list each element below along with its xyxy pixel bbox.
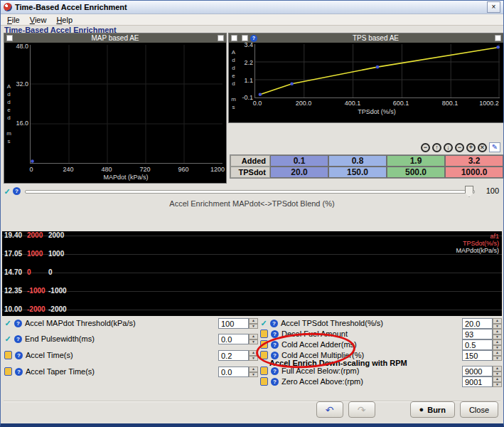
table-row-down-button[interactable]: ↓ [444, 143, 453, 152]
title-bar: Time-Based Accel Enrichment × [1, 1, 503, 14]
curve-table-cell[interactable]: 0.1 [270, 155, 328, 167]
spin-down-icon[interactable] [493, 371, 502, 377]
table-increase-button[interactable]: + [466, 143, 476, 152]
zero-accel-above-input[interactable]: 9001 [462, 376, 502, 387]
help-icon[interactable]: ? [271, 367, 279, 375]
spin-up-icon[interactable] [493, 350, 502, 356]
blend-slider-thumb[interactable] [465, 186, 473, 197]
value-box[interactable]: 0.0 [218, 334, 249, 344]
value-box[interactable]: 93 [462, 329, 493, 339]
window-close-button[interactable]: × [487, 1, 500, 13]
curve-table-cell[interactable]: 150.0 [328, 167, 387, 178]
spin-up-icon[interactable] [249, 318, 258, 324]
close-button[interactable]: Close [460, 401, 498, 418]
accel-time-input[interactable]: 0.2 [218, 350, 258, 361]
value-box[interactable]: 9001 [462, 376, 493, 387]
help-icon[interactable]: ? [271, 341, 279, 349]
menu-help[interactable]: Help [51, 15, 77, 25]
y-tick: 32.0 [10, 80, 28, 88]
spin-down-icon[interactable] [249, 339, 258, 345]
cold-accel-adder-input[interactable]: 0.5 [462, 339, 502, 350]
accel-tpsdot-threshold-input[interactable]: 20.0 [462, 318, 502, 329]
help-icon[interactable]: ? [15, 368, 23, 376]
value-box[interactable]: 100 [218, 318, 249, 329]
spin-down-icon[interactable] [493, 382, 502, 388]
legend-checkbox[interactable] [242, 35, 248, 41]
burn-button[interactable]: ● Burn [410, 401, 455, 418]
spin-up-icon[interactable] [493, 339, 502, 345]
cold-accel-multiplier-input[interactable]: 150 [462, 350, 502, 361]
field-label: Accel Taper Time(s) [26, 367, 95, 376]
curve-table-cell[interactable]: 0.8 [328, 155, 387, 167]
x-axis-label: TPSdot (%/s) [254, 108, 499, 115]
spin-up-icon[interactable] [249, 350, 258, 356]
decel-fuel-amount-input[interactable]: 93 [462, 329, 502, 339]
curve-table-cell[interactable]: 3.2 [445, 155, 503, 167]
help-icon[interactable]: ? [271, 330, 279, 338]
tps-plot-area[interactable] [254, 44, 500, 98]
spin-down-icon[interactable] [493, 356, 502, 362]
tps-ae-chart[interactable]: ? TPS based AE Added ms 3.4 2.2 1.1 -0.1… [228, 33, 504, 123]
spin-down-icon[interactable] [249, 372, 258, 378]
table-remove-row-button[interactable]: − [421, 143, 430, 152]
field-label: Accel MAPdot Threshold(kPa/s) [25, 319, 136, 327]
value-box[interactable]: 150 [462, 350, 493, 361]
rt-scale-row: 17.0510001000 [4, 250, 64, 258]
curve-table-cell[interactable]: 1.9 [387, 155, 445, 167]
help-icon[interactable]: ? [14, 320, 22, 327]
spin-up-icon[interactable] [249, 367, 258, 372]
value-box[interactable]: 0.5 [462, 339, 493, 350]
help-icon[interactable]: ? [14, 335, 22, 343]
accel-mapdot-threshold-input[interactable]: 100 [218, 318, 258, 329]
y-tick: 48.0 [10, 43, 28, 50]
spin-down-icon[interactable] [249, 356, 258, 362]
help-icon[interactable]: ? [13, 187, 21, 195]
x-tick: 0.0 [253, 100, 262, 107]
field-label: Zero Accel Above:(rpm) [282, 377, 363, 386]
legend-checkbox[interactable] [6, 35, 13, 41]
help-icon[interactable]: ? [271, 352, 279, 359]
curve-table-cell[interactable]: 500.0 [387, 167, 445, 178]
x-tick: 240 [63, 166, 73, 173]
legend-checkbox[interactable] [231, 35, 237, 41]
legend-checkbox[interactable] [495, 35, 501, 41]
menu-file[interactable]: File [2, 15, 25, 25]
accel-taper-time-input[interactable]: 0.0 [218, 367, 258, 377]
spin-up-icon[interactable] [493, 366, 502, 371]
menu-view[interactable]: View [25, 15, 52, 25]
table-delete-button[interactable]: × [478, 143, 487, 152]
value-box[interactable]: 20.0 [462, 318, 493, 329]
map-plot-area[interactable] [30, 45, 222, 164]
value-box[interactable]: 0.2 [218, 350, 249, 361]
value-box[interactable]: 9000 [462, 366, 493, 376]
curve-table-cell[interactable]: 20.0 [270, 167, 328, 178]
end-pulsewidth-input[interactable]: 0.0 [218, 334, 258, 344]
blend-slider-track[interactable] [25, 190, 475, 194]
spin-up-icon[interactable] [493, 318, 502, 324]
redo-button[interactable]: ↷ [348, 401, 375, 418]
spin-up-icon[interactable] [249, 334, 258, 339]
table-edit-button[interactable]: ✎ [489, 142, 500, 152]
x-tick: 800.1 [442, 100, 459, 107]
value-box[interactable]: 0.0 [218, 367, 249, 377]
undo-button[interactable]: ↶ [316, 401, 343, 418]
table-decrease-button[interactable]: − [455, 143, 464, 152]
help-icon[interactable]: ? [15, 352, 23, 359]
legend-checkbox[interactable] [218, 35, 224, 41]
spin-down-icon[interactable] [249, 324, 258, 330]
spin-down-icon[interactable] [493, 334, 502, 340]
help-icon[interactable]: ? [270, 320, 278, 327]
curve-table-row-header: Added [230, 155, 270, 167]
x-tick: 200.0 [296, 100, 312, 107]
table-row-up-button[interactable]: ↑ [432, 143, 441, 152]
spin-down-icon[interactable] [493, 324, 502, 330]
map-ae-chart[interactable]: MAP based AE Added ms 48.0 32.0 16.0 0 2… [4, 33, 227, 184]
curve-table-cell[interactable]: 1000.0 [445, 167, 503, 178]
field-cold-accel-adder: ? Cold Accel Adder(ms) [260, 339, 357, 349]
spin-up-icon[interactable] [493, 376, 502, 382]
help-icon[interactable]: ? [250, 35, 257, 42]
help-icon[interactable]: ? [271, 378, 279, 386]
spin-down-icon[interactable] [493, 345, 502, 351]
spin-up-icon[interactable] [493, 329, 502, 334]
full-accel-below-input[interactable]: 9000 [462, 366, 502, 376]
